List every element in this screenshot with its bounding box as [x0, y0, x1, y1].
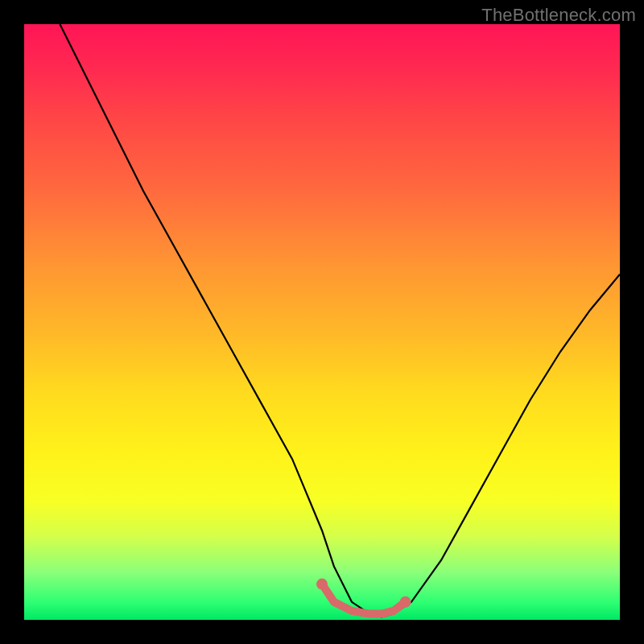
chart-frame: TheBottleneck.com	[0, 0, 644, 644]
watermark-text: TheBottleneck.com	[481, 5, 636, 26]
highlight-endpoint-left	[316, 579, 328, 590]
highlight-endpoint-right	[400, 597, 411, 608]
bottleneck-curve-path	[60, 24, 620, 617]
plot-area	[24, 24, 620, 620]
highlight-segment-path	[322, 584, 406, 614]
curve-overlay	[24, 24, 620, 620]
